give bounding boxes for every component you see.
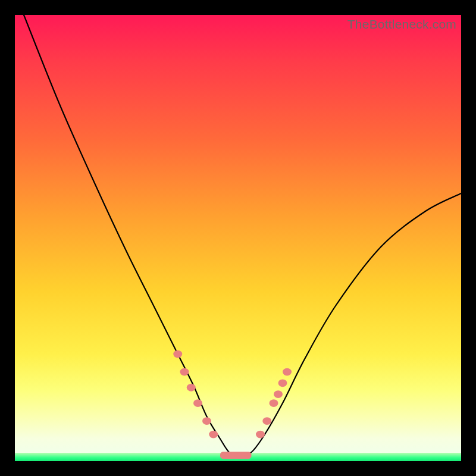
curve-marker xyxy=(173,350,182,358)
curve-svg xyxy=(15,15,461,461)
outer-frame: TheBottleneck.com xyxy=(0,0,476,476)
curve-marker xyxy=(209,431,218,439)
curve-marker xyxy=(274,390,283,398)
curve-marker xyxy=(256,431,265,439)
curve-marker xyxy=(278,379,287,387)
curve-flat-segment xyxy=(220,452,252,459)
curve-markers xyxy=(173,350,292,439)
curve-marker xyxy=(270,399,278,407)
curve-marker xyxy=(202,417,211,425)
curve-marker xyxy=(283,368,292,376)
curve-marker xyxy=(193,399,202,407)
curve-marker xyxy=(187,384,196,392)
bottleneck-curve xyxy=(24,15,461,457)
plot-area: TheBottleneck.com xyxy=(15,15,461,461)
curve-marker xyxy=(262,417,271,425)
curve-marker xyxy=(180,368,189,376)
